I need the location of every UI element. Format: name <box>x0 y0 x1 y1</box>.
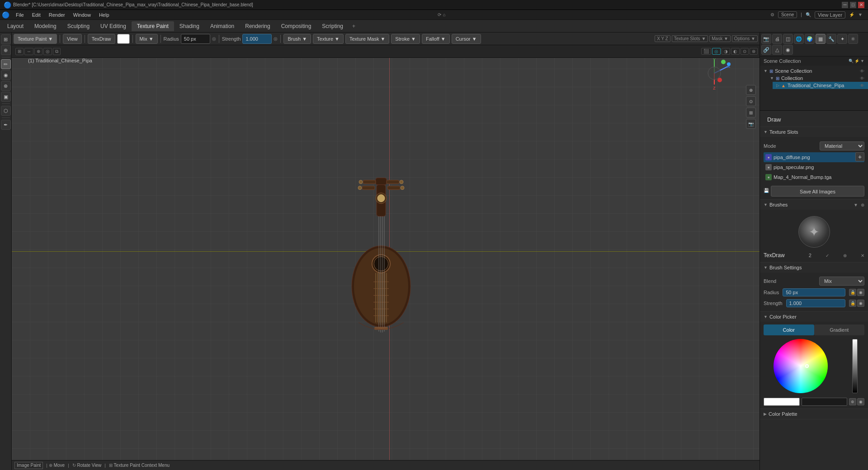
rotate-text[interactable]: Rotate View <box>77 463 102 468</box>
slot-specular[interactable]: ■ pipa_specular.png <box>764 162 864 172</box>
filter-icon[interactable]: 🔍 <box>849 59 854 63</box>
image-paint-label[interactable]: Image Paint <box>14 462 43 469</box>
tab-layout[interactable]: Layout <box>2 21 29 31</box>
move-text[interactable]: Move <box>54 463 65 468</box>
texture-slots-header[interactable]: ▼ Texture Slots <box>760 127 868 137</box>
tb-blur[interactable]: ◉ <box>1 70 11 80</box>
vp-shade-4[interactable]: ◐ <box>731 48 740 55</box>
view-menu-btn[interactable]: View <box>63 34 82 44</box>
tab-compositing[interactable]: Compositing <box>276 21 317 31</box>
hex-swatch[interactable] <box>764 398 800 406</box>
falloff-btn[interactable]: Falloff ▼ <box>422 34 450 44</box>
hex-input-area[interactable] <box>802 398 847 406</box>
vp-zoom-btn[interactable]: ⊙ <box>746 96 756 106</box>
eye-icon-col[interactable]: 👁 <box>860 76 864 81</box>
vp-shade-3[interactable]: ◑ <box>722 48 730 55</box>
vp-shade-5[interactable]: ⊙ <box>741 48 749 55</box>
tb-draw[interactable]: ✏ <box>1 59 11 69</box>
prop-tab-particles[interactable]: ✦ <box>837 34 847 44</box>
minimize-button[interactable]: ─ <box>842 2 848 8</box>
brushes-expand[interactable]: ▼ <box>854 202 858 207</box>
tb-annotate[interactable]: ✒ <box>1 120 11 130</box>
tab-texture-paint[interactable]: Texture Paint <box>132 21 174 31</box>
radius-icon[interactable]: ◎ <box>212 36 216 41</box>
color-tab-gradient[interactable]: Gradient <box>814 324 865 335</box>
prop-tab-material[interactable]: ◉ <box>783 45 793 55</box>
vp-pan-btn[interactable]: ⊞ <box>746 108 756 118</box>
menu-window[interactable]: Window <box>70 11 94 19</box>
save-icon[interactable]: 💾 <box>764 188 769 193</box>
move-btn[interactable]: ⊕ <box>49 463 52 468</box>
vp-orbit-btn[interactable]: ⊕ <box>746 85 756 95</box>
prop-tab-modifier[interactable]: 🔧 <box>826 34 836 44</box>
eye-icon-pipa[interactable]: 👁 <box>860 83 864 88</box>
value-strip[interactable] <box>852 339 858 393</box>
tb-fill[interactable]: ▣ <box>1 92 11 102</box>
prop-tab-view-layer[interactable]: ◫ <box>783 34 793 44</box>
vp-btn-3[interactable]: ↔ <box>24 48 33 55</box>
vp-btn-4[interactable]: ⊕ <box>34 48 42 55</box>
radius-input[interactable] <box>181 34 210 44</box>
tb-mode-icon[interactable]: ⊞ <box>1 34 11 44</box>
rotate-icon[interactable]: ↻ <box>72 463 76 468</box>
menu-help[interactable]: Help <box>95 11 113 19</box>
tb-clone[interactable]: ⊗ <box>1 81 11 91</box>
brush-menu-btn[interactable]: Brush ▼ <box>283 34 311 44</box>
prop-tab-render[interactable]: 📷 <box>761 34 771 44</box>
add-slot-btn[interactable]: + <box>855 152 864 161</box>
mask-btn[interactable]: Mask ▼ <box>709 35 731 42</box>
tree-collection[interactable]: ▼ ⊞ Collection 👁 <box>766 75 868 82</box>
color-wheel[interactable] <box>774 339 828 393</box>
tab-modeling[interactable]: Modeling <box>29 21 62 31</box>
tree-scene-collection[interactable]: ▼ ⊞ Scene Collection 👁 <box>760 67 868 75</box>
vp-camera-btn[interactable]: 📷 <box>746 119 756 129</box>
color-palette-header[interactable]: ▶ Color Palette <box>760 409 868 419</box>
vp-shade-1[interactable]: ⬛ <box>701 48 711 55</box>
prop-tab-world[interactable]: 🌍 <box>805 34 815 44</box>
texture-slots-btn[interactable]: Texture Slots ▼ <box>672 35 708 42</box>
vp-btn-2[interactable]: ⊞ <box>15 48 24 55</box>
tab-uv-editing[interactable]: UV Editing <box>95 21 132 31</box>
hex-paste-icon[interactable]: ◉ <box>857 398 864 405</box>
tab-shading[interactable]: Shading <box>174 21 205 31</box>
brush-delete-icon[interactable]: ✕ <box>861 253 864 258</box>
menu-render[interactable]: Render <box>45 11 69 19</box>
brushes-option[interactable]: ⊕ <box>861 202 864 207</box>
slot-diffuse[interactable]: ■ pipa_diffuse.png <box>764 152 864 162</box>
tree-pipa[interactable]: ▷ ▲ Traditional_Chinese_Pipa 👁 <box>773 82 868 89</box>
strength-anim-icon[interactable]: ◉ <box>857 300 864 307</box>
texture-btn[interactable]: Texture ▼ <box>313 34 344 44</box>
sync-icon[interactable]: ⚡ <box>854 59 859 63</box>
radius-anim-icon[interactable]: ◉ <box>857 289 864 296</box>
prop-tab-physics[interactable]: ⚛ <box>848 34 858 44</box>
radius-bar[interactable]: 50 px <box>783 288 845 296</box>
strength-bar[interactable]: 1.000 <box>786 299 845 307</box>
menu-file[interactable]: File <box>12 11 28 19</box>
strength-input[interactable] <box>242 34 272 44</box>
stroke-btn[interactable]: Stroke ▼ <box>391 34 420 44</box>
prop-tab-data[interactable]: △ <box>772 45 782 55</box>
view-layer-selector[interactable]: View Layer <box>815 11 845 19</box>
tab-scripting[interactable]: Scripting <box>316 21 349 31</box>
cursor-btn[interactable]: Cursor ▼ <box>452 34 481 44</box>
outliner-filter[interactable]: ▼ <box>860 59 864 63</box>
texture-mask-btn[interactable]: Texture Mask ▼ <box>345 34 389 44</box>
eye-icon-collection[interactable]: 👁 <box>860 69 864 74</box>
brush-copy-icon[interactable]: ⊕ <box>843 253 847 258</box>
prop-tab-constraints[interactable]: 🔗 <box>761 45 771 55</box>
close-button[interactable]: ✕ <box>858 2 864 8</box>
hex-copy-icon[interactable]: ⊕ <box>849 398 856 405</box>
tab-sculpting[interactable]: Sculpting <box>62 21 95 31</box>
brush-check-icon[interactable]: ✓ <box>826 253 829 258</box>
tab-animation[interactable]: Animation <box>205 21 240 31</box>
blend-select[interactable]: Mix Add Subtract <box>819 277 864 286</box>
vp-shade-6[interactable]: ⊛ <box>750 48 758 55</box>
save-all-images-btn[interactable]: Save All Images <box>771 186 864 197</box>
tab-add[interactable]: + <box>349 21 359 31</box>
menu-edit[interactable]: Edit <box>28 11 44 19</box>
scene-selector[interactable]: Scene <box>778 11 797 18</box>
context-text[interactable]: Texture Paint Context Menu <box>114 463 170 468</box>
strength-icon[interactable]: ◎ <box>274 36 278 41</box>
vp-btn-6[interactable]: ⧉ <box>53 48 61 55</box>
color-swatch[interactable] <box>117 34 130 44</box>
